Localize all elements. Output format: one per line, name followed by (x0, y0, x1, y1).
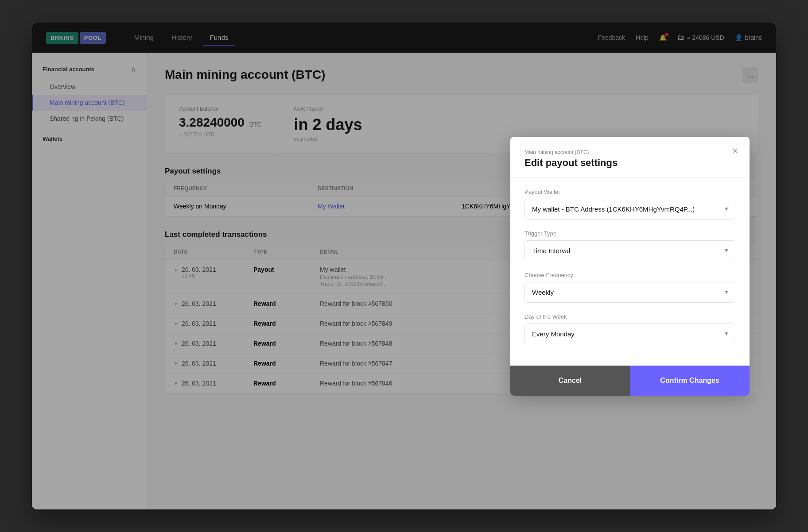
modal-subtitle: Main mining account (BTC) (524, 149, 735, 155)
modal-title: Edit payout settings (524, 157, 735, 169)
modal-footer: Cancel Confirm Changes (510, 366, 750, 396)
modal-body: Payout Wallet My wallet - BTC Address (1… (510, 178, 750, 366)
frequency-group: Choose Frequency Weekly ▼ (524, 272, 735, 303)
frequency-select-wrapper: Weekly ▼ (524, 282, 735, 303)
confirm-changes-button[interactable]: Confirm Changes (630, 366, 750, 396)
frequency-select[interactable]: Weekly (524, 282, 735, 303)
modal-header: Main mining account (BTC) Edit payout se… (510, 137, 750, 178)
trigger-type-select[interactable]: Time Interval (524, 240, 735, 261)
edit-payout-modal: Main mining account (BTC) Edit payout se… (510, 137, 750, 396)
trigger-type-group: Trigger Type Time Interval ▼ (524, 230, 735, 261)
trigger-type-label: Trigger Type (524, 230, 735, 237)
app-wrapper: BRΚINS POOL Mining History Funds Feedbac… (32, 23, 776, 509)
modal-overlay[interactable]: Main mining account (BTC) Edit payout se… (32, 23, 776, 509)
day-select-wrapper: Every Monday ▼ (524, 324, 735, 344)
payout-wallet-select-wrapper: My wallet - BTC Address (1CK6KHY6MHgYvmR… (524, 199, 735, 220)
frequency-label: Choose Frequency (524, 272, 735, 278)
modal-close-button[interactable]: ✕ (731, 146, 739, 156)
day-label: Day of the Week (524, 313, 735, 320)
day-select[interactable]: Every Monday (524, 324, 735, 344)
cancel-button[interactable]: Cancel (510, 366, 630, 396)
day-group: Day of the Week Every Monday ▼ (524, 313, 735, 344)
payout-wallet-group: Payout Wallet My wallet - BTC Address (1… (524, 189, 735, 220)
trigger-type-select-wrapper: Time Interval ▼ (524, 240, 735, 261)
payout-wallet-label: Payout Wallet (524, 189, 735, 195)
payout-wallet-select[interactable]: My wallet - BTC Address (1CK6KHY6MHgYvmR… (524, 199, 735, 220)
